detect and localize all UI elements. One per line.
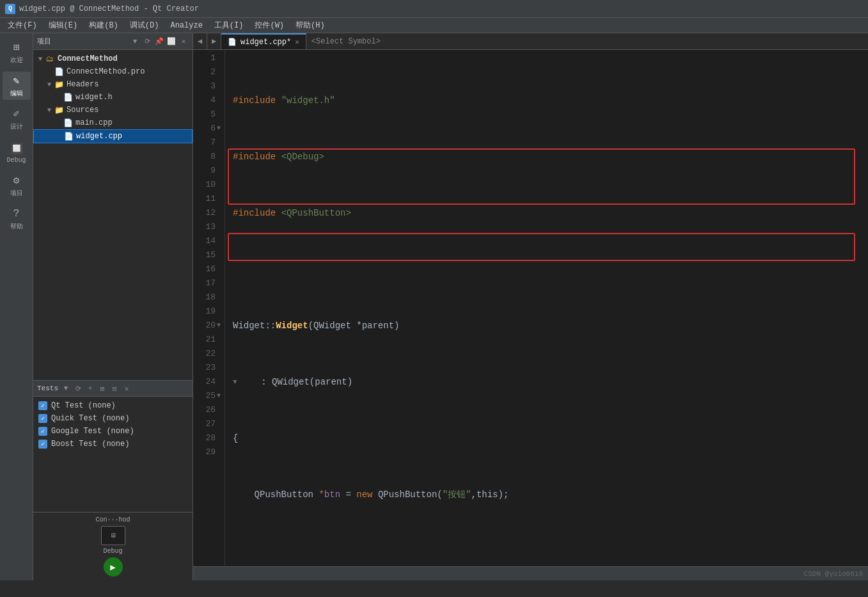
tree-item-widget-h[interactable]: 📄 widget.h (33, 91, 193, 104)
token: "按钮" (443, 488, 471, 502)
symbol-selector[interactable]: <Select Symbol> (306, 33, 868, 49)
token: #include (233, 206, 276, 220)
token: #include (233, 93, 276, 107)
test-checkbox-boost[interactable]: ✓ (38, 440, 47, 449)
line-num-1: 1 (193, 51, 219, 65)
line-num-17: 17 (193, 276, 219, 291)
debug-bottom-label: Debug (103, 548, 122, 555)
project-panel: 项目 ▼ ⟳ 📌 ⬜ ✕ ▼ 🗂 ConnectMethod 📄 Connect… (33, 33, 193, 580)
sidebar-label-edit: 编辑 (10, 89, 23, 98)
close-panel-icon[interactable]: ✕ (178, 36, 189, 47)
test-item-boost[interactable]: ✓ Boost Test (none) (33, 438, 193, 450)
app-icon: Q (5, 4, 15, 14)
tests-collapse-icon[interactable]: ⊟ (109, 383, 120, 394)
tests-expand-icon[interactable]: ⊞ (97, 383, 107, 394)
tree-item-main-cpp[interactable]: 📄 main.cpp (33, 116, 193, 129)
sidebar-item-help[interactable]: ? 帮助 (3, 205, 31, 233)
sidebar-label-design: 设计 (10, 122, 23, 131)
menu-help[interactable]: 帮助(H) (290, 19, 330, 32)
line-num-22: 22 (193, 347, 219, 361)
test-checkbox-quick[interactable]: ✓ (38, 414, 47, 423)
test-item-google[interactable]: ✓ Google Test (none) (33, 425, 193, 438)
sidebar-item-edit[interactable]: ✎ 编辑 (3, 72, 31, 100)
code-wrapper[interactable]: #include "widget.h" #include <QDebug> #i… (225, 50, 868, 566)
line-num-14: 14 (193, 234, 219, 248)
tree-arrow-sources: ▼ (45, 107, 54, 114)
tree-label-headers: Headers (67, 80, 99, 89)
menu-analyze[interactable]: Analyze (165, 20, 207, 31)
tests-close-icon[interactable]: ✕ (122, 383, 132, 394)
code-editor: 1 2 3 4 5 6 ▼ 7 8 9 10 11 12 13 14 15 16… (193, 50, 868, 566)
code-line-6: ▼ : QWidget(parent) (233, 375, 868, 389)
line-num-18: 18 (193, 291, 219, 305)
token: : QWidget(parent) (240, 375, 352, 389)
menu-file[interactable]: 文件(F) (3, 19, 42, 32)
mini-screen: 🖥 (101, 526, 125, 545)
tab-close-btn[interactable]: ✕ (295, 38, 299, 46)
sidebar-label-welcome: 欢迎 (10, 56, 23, 65)
test-label-google: Google Test (none) (51, 427, 134, 436)
line-num-20: 20 ▼ (193, 319, 219, 333)
tests-filter-icon[interactable]: ▼ (61, 383, 71, 394)
menu-tools[interactable]: 工具(I) (209, 19, 249, 32)
menu-build[interactable]: 构建(B) (84, 19, 123, 32)
token: * (319, 488, 324, 502)
sidebar-item-design[interactable]: ✐ 设计 (3, 105, 31, 133)
sidebar-item-project[interactable]: ⚙ 项目 (3, 171, 31, 200)
sync-icon[interactable]: ⟳ (142, 36, 152, 47)
menu-debug[interactable]: 调试(D) (125, 19, 164, 32)
token: <QDebug> (281, 150, 324, 164)
watermark: CSDN @yolo0616 (804, 570, 863, 578)
welcome-icon: ⊞ (10, 40, 24, 54)
line-num-23: 23 (193, 361, 219, 375)
line-num-16: 16 (193, 262, 219, 276)
tab-next-btn[interactable]: ▶ (207, 33, 221, 49)
token: { (233, 431, 238, 445)
line-num-28: 28 (193, 431, 219, 445)
tab-prev-btn[interactable]: ◀ (193, 33, 207, 49)
tree-label-sources: Sources (67, 106, 99, 115)
line-num-12: 12 (193, 206, 219, 220)
test-checkbox-qt[interactable]: ✓ (38, 401, 47, 410)
tests-sync-icon[interactable]: ⟳ (73, 383, 83, 394)
sources-folder-icon: 📁 (54, 105, 64, 115)
token: "widget.h" (281, 93, 335, 107)
tree-label-main-cpp: main.cpp (75, 118, 113, 127)
line-num-5: 5 (193, 107, 219, 122)
sidebar-item-welcome[interactable]: ⊞ 欢迎 (3, 38, 31, 67)
tree-item-widget-cpp[interactable]: 📄 widget.cpp (33, 129, 193, 143)
tests-add-icon[interactable]: + (85, 383, 95, 394)
tree-item-sources[interactable]: ▼ 📁 Sources (33, 104, 193, 116)
project-icon: ⚙ (10, 173, 24, 187)
panel-header-icons: ▼ ⟳ 📌 ⬜ ✕ (130, 36, 189, 47)
test-item-qt[interactable]: ✓ Qt Test (none) (33, 399, 193, 412)
project-tree: ▼ 🗂 ConnectMethod 📄 ConnectMethod.pro ▼ … (33, 50, 193, 380)
line-num-4: 4 (193, 93, 219, 107)
tests-panel-title: Tests (37, 385, 58, 392)
tree-item-headers[interactable]: ▼ 📁 Headers (33, 78, 193, 91)
widget-cpp-icon: 📄 (63, 131, 74, 141)
code-content[interactable]: #include "widget.h" #include <QDebug> #i… (225, 50, 868, 566)
tests-panel-icons: ▼ ⟳ + ⊞ ⊟ ✕ (61, 383, 132, 394)
menu-controls[interactable]: 控件(W) (249, 19, 289, 32)
sidebar-item-debug[interactable]: 🔲 Debug (3, 138, 31, 166)
menu-edit[interactable]: 编辑(E) (43, 19, 83, 32)
tree-item-pro[interactable]: 📄 ConnectMethod.pro (33, 65, 193, 78)
test-checkbox-google[interactable]: ✓ (38, 427, 47, 436)
project-folder-icon: 🗂 (45, 54, 55, 64)
line-num-15: 15 (193, 248, 219, 262)
project-panel-title: 项目 (37, 36, 127, 46)
filter-icon[interactable]: ▼ (130, 36, 140, 47)
run-button[interactable]: ▶ (104, 557, 123, 577)
headers-folder-icon: 📁 (54, 79, 64, 90)
main-layout: ⊞ 欢迎 ✎ 编辑 ✐ 设计 🔲 Debug ⚙ 项目 ? 帮助 项目 ▼ (0, 33, 868, 580)
pin-icon[interactable]: 📌 (154, 36, 164, 47)
tree-item-connectmethod[interactable]: ▼ 🗂 ConnectMethod (33, 52, 193, 65)
main-cpp-icon: 📄 (63, 118, 73, 128)
test-item-quick[interactable]: ✓ Quick Test (none) (33, 412, 193, 425)
tab-widget-cpp[interactable]: 📄 widget.cpp* ✕ (221, 33, 306, 49)
line-num-29: 29 (193, 445, 219, 459)
code-line-5: Widget::Widget(QWidget *parent) (233, 319, 868, 333)
menu-bar: 文件(F) 编辑(E) 构建(B) 调试(D) Analyze 工具(I) 控件… (0, 18, 868, 33)
split-icon[interactable]: ⬜ (166, 36, 177, 47)
